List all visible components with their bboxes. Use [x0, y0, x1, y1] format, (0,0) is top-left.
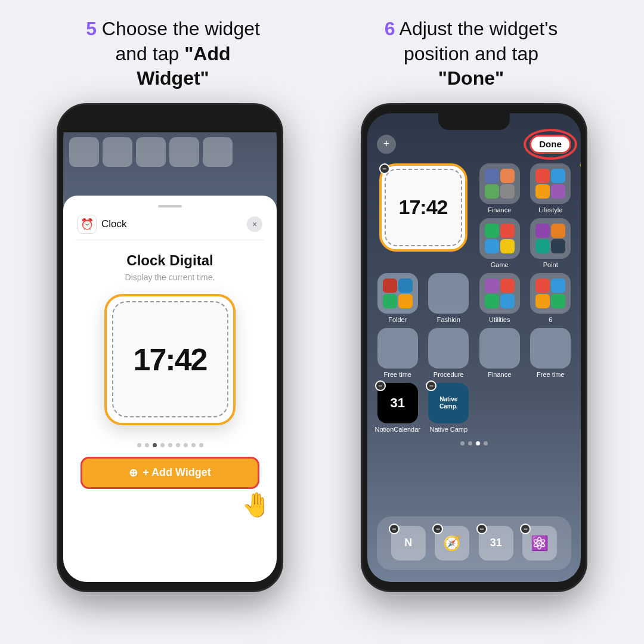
- dot-1: [137, 443, 141, 447]
- num6-app-icon[interactable]: [530, 273, 571, 314]
- procedure-app-icon[interactable]: [428, 328, 469, 369]
- folder-label: Folder: [388, 316, 407, 323]
- close-button[interactable]: ×: [247, 216, 262, 232]
- left-screen-bg: ⏰ Clock × Clock Digital Display the curr…: [63, 132, 277, 582]
- notion-label: NotionCalendar: [375, 426, 420, 433]
- lifestyle-label: Lifestyle: [538, 206, 562, 213]
- dot-2: [145, 443, 149, 447]
- native-camp-app-icon[interactable]: − NativeCamp.: [428, 383, 469, 423]
- procedure-label: Procedure: [434, 371, 464, 378]
- dock-calendar[interactable]: − 31: [479, 526, 513, 561]
- page-dot-3: [476, 441, 480, 445]
- remove-dot-clock[interactable]: −: [379, 163, 390, 174]
- clock-app-name: Clock: [101, 218, 127, 230]
- step5-label: 5 Choose the widgetand tap "AddWidget": [39, 17, 307, 91]
- page-dot-4: [484, 441, 488, 445]
- finance-app-icon[interactable]: [479, 163, 520, 204]
- game-app-icon[interactable]: [479, 218, 520, 259]
- free-time-label: Free time: [384, 371, 411, 378]
- page-dots: [137, 443, 203, 447]
- step6-number: 6: [385, 18, 395, 39]
- free-time-app-icon[interactable]: [377, 328, 418, 369]
- dock-notion[interactable]: − N: [391, 526, 426, 561]
- widget-desc: Display the current time.: [125, 273, 215, 282]
- dot-5: [168, 443, 172, 447]
- free-time-app-cell: Free time: [374, 328, 421, 378]
- step6-text: Adjust the widget'sposition and tap"Done…: [400, 18, 558, 89]
- utilities-app-cell: Utilities: [476, 273, 523, 323]
- clock-inner: 17:42: [112, 301, 228, 417]
- clock-time-display: 17:42: [134, 342, 207, 377]
- step6-bold: "Done": [438, 67, 504, 89]
- dock: − N − 🧭 − 31 − ⚛️: [377, 516, 571, 570]
- folder-app-icon[interactable]: [377, 273, 418, 314]
- finance-label: Finance: [488, 206, 511, 213]
- card-header: ⏰ Clock ×: [75, 215, 265, 240]
- folder-app-cell: Folder: [374, 273, 421, 323]
- notion-app-icon[interactable]: − 31: [377, 383, 418, 423]
- clock-icon-wrap: ⏰ Clock: [78, 215, 127, 234]
- free-time2-app-icon[interactable]: [530, 328, 571, 369]
- dock-atom[interactable]: − ⚛️: [522, 526, 557, 561]
- hand-cursor-left: 🤚: [242, 491, 271, 519]
- native-camp-app-cell: − NativeCamp. Native Camp: [426, 383, 472, 433]
- step5-number: 5: [86, 18, 97, 39]
- card-handle: [158, 205, 182, 208]
- dot-6: [176, 443, 180, 447]
- utilities-label: Utilities: [489, 316, 510, 323]
- left-phone: ⏰ Clock × Clock Digital Display the curr…: [57, 103, 283, 592]
- step5-bold: "AddWidget": [137, 43, 230, 89]
- free-time2-app-cell: Free time: [528, 328, 574, 378]
- dock-safari[interactable]: − 🧭: [435, 526, 469, 561]
- bg-app-5: [203, 137, 233, 167]
- dot-8: [191, 443, 196, 447]
- fashion-app-icon[interactable]: [428, 273, 469, 314]
- remove-dot-dock-notion[interactable]: −: [389, 524, 400, 534]
- clock-app-icon: ⏰: [78, 215, 97, 234]
- point-app-cell: Point: [528, 218, 574, 268]
- done-btn-wrap: Done 🤚: [530, 135, 571, 154]
- large-clock-widget: − 17:42: [379, 163, 467, 252]
- right-phone-screen: + Done 🤚 −: [367, 113, 581, 582]
- dot-3: [153, 443, 157, 447]
- page-dot-1: [460, 441, 465, 445]
- game-app-cell: Game: [476, 218, 523, 268]
- done-red-circle: [524, 129, 577, 160]
- add-widget-plus: ⊕: [129, 466, 138, 479]
- clock-widget-preview: 17:42: [104, 294, 236, 425]
- procedure-app-cell: Procedure: [426, 328, 472, 378]
- right-notch: [438, 113, 510, 130]
- remove-dot-dock-safari[interactable]: −: [432, 524, 443, 534]
- page-dot-2: [468, 441, 472, 445]
- num6-label: 6: [549, 316, 552, 323]
- right-phone: + Done 🤚 −: [361, 103, 587, 592]
- large-clock-time: 17:42: [399, 196, 448, 219]
- num6-app-cell: 6: [528, 273, 574, 323]
- page-indicator: [367, 441, 581, 445]
- remove-dot-dock-cal[interactable]: −: [476, 524, 487, 534]
- fashion-app-cell: Fashion: [426, 273, 472, 323]
- large-clock-widget-cell: − 17:42: [374, 163, 472, 268]
- finance2-app-icon[interactable]: [479, 328, 520, 369]
- add-widget-label: + Add Widget: [143, 466, 211, 479]
- fashion-label: Fashion: [437, 316, 460, 323]
- dot-4: [160, 443, 165, 447]
- hand-cursor-right: 🤚: [576, 147, 581, 181]
- lifestyle-app-cell: Lifestyle: [528, 163, 574, 213]
- plus-button[interactable]: +: [377, 135, 396, 154]
- lifestyle-app-icon[interactable]: [530, 163, 571, 204]
- left-phone-screen: ⏰ Clock × Clock Digital Display the curr…: [63, 113, 277, 582]
- remove-dot-notion[interactable]: −: [375, 380, 386, 391]
- point-app-icon[interactable]: [530, 218, 571, 259]
- game-label: Game: [491, 261, 509, 268]
- left-notch: [134, 113, 206, 130]
- finance2-app-cell: Finance: [476, 328, 523, 378]
- bg-app-4: [169, 137, 199, 167]
- add-widget-btn-wrap: ⊕ + Add Widget 🤚: [80, 457, 259, 489]
- finance2-label: Finance: [488, 371, 511, 378]
- remove-dot-dock-atom[interactable]: −: [520, 524, 531, 534]
- free-time2-label: Free time: [537, 371, 564, 378]
- remove-dot-native[interactable]: −: [426, 380, 436, 391]
- utilities-app-icon[interactable]: [479, 273, 520, 314]
- add-widget-button[interactable]: ⊕ + Add Widget: [80, 457, 259, 489]
